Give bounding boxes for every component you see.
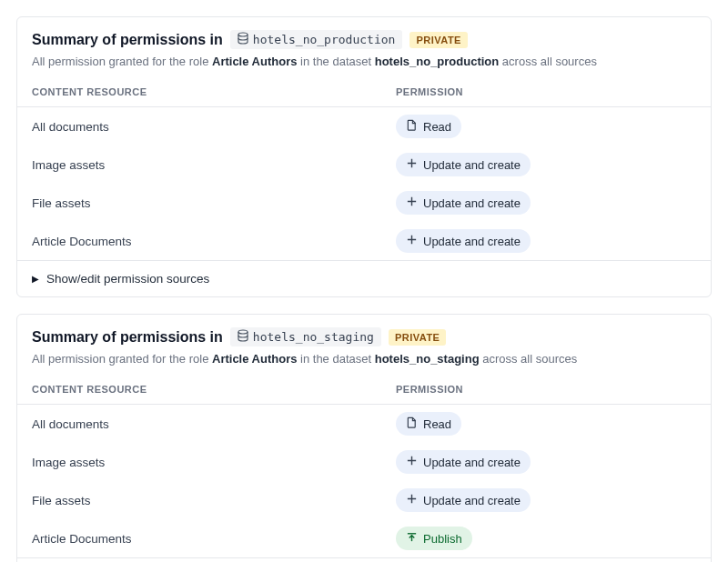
permission-label: Update and create: [423, 456, 521, 469]
header-permission: PERMISSION: [396, 86, 696, 97]
dataset-chip: hotels_no_production: [230, 30, 403, 49]
permission-label: Read: [423, 417, 451, 431]
resource-label: File assets: [32, 196, 91, 210]
table-row: Image assets Update and create: [17, 146, 711, 184]
permission-chip-update: Update and create: [396, 191, 531, 215]
panel-header: Summary of permissions in hotels_no_stag…: [17, 315, 711, 375]
resource-label: Article Documents: [32, 235, 132, 248]
table-row: Image assets Update and create: [17, 443, 711, 481]
permission-chip-update: Update and create: [396, 450, 531, 474]
table-row: All documents Read: [17, 107, 711, 146]
permission-label: Update and create: [423, 196, 521, 210]
resource-label: All documents: [32, 120, 109, 134]
permission-label: Read: [423, 120, 451, 134]
plus-icon: [406, 455, 418, 469]
svg-point-0: [238, 33, 248, 36]
plus-icon: [406, 196, 418, 210]
header-permission: PERMISSION: [396, 384, 696, 395]
document-icon: [406, 416, 418, 431]
publish-icon: [406, 531, 418, 546]
plus-icon: [406, 157, 418, 172]
permissions-panel: Summary of permissions in hotels_no_prod…: [16, 16, 712, 297]
permission-chip-update: Update and create: [396, 229, 531, 253]
permission-label: Update and create: [423, 158, 521, 172]
resource-label: Image assets: [32, 456, 105, 469]
table-row: File assets Update and create: [17, 184, 711, 222]
table-row: Article Documents Update and create: [17, 222, 711, 260]
plus-icon: [406, 234, 418, 248]
dataset-name: hotels_no_staging: [253, 330, 374, 344]
permission-label: Publish: [423, 532, 462, 546]
permission-label: Update and create: [423, 235, 521, 248]
plus-icon: [406, 493, 418, 507]
panel-title: Summary of permissions in: [32, 32, 223, 48]
header-resource: CONTENT RESOURCE: [32, 384, 396, 395]
header-resource: CONTENT RESOURCE: [32, 86, 396, 97]
table-row: File assets Update and create: [17, 481, 711, 519]
show-edit-sources-toggle[interactable]: ▶ Show/edit permission sources: [32, 272, 696, 286]
document-icon: [406, 119, 418, 134]
role-name: Article Authors: [212, 55, 297, 68]
private-badge: PRIVATE: [389, 329, 447, 346]
permission-chip-publish: Publish: [396, 527, 472, 550]
svg-point-1: [238, 330, 248, 334]
dataset-name: hotels_no_production: [253, 33, 396, 46]
panel-title: Summary of permissions in: [32, 329, 223, 346]
panel-footer: ▶ Show/edit permission sources: [17, 260, 711, 296]
dataset-name-inline: hotels_no_production: [375, 55, 500, 68]
permission-chip-update: Update and create: [396, 488, 531, 512]
panel-header: Summary of permissions in hotels_no_prod…: [17, 17, 711, 77]
dataset-name-inline: hotels_no_staging: [375, 352, 480, 366]
table-header: CONTENT RESOURCE PERMISSION: [17, 77, 711, 107]
permission-chip-read: Read: [396, 412, 461, 436]
permission-chip-read: Read: [396, 115, 461, 138]
disclosure-label: Show/edit permission sources: [46, 272, 209, 286]
permission-label: Update and create: [423, 494, 521, 507]
table-header: CONTENT RESOURCE PERMISSION: [17, 375, 711, 405]
panel-subtitle: All permission granted for the role Arti…: [32, 352, 696, 366]
table-row: Article Documents Publish: [17, 519, 711, 557]
resource-label: All documents: [32, 417, 109, 431]
resource-label: File assets: [32, 494, 91, 507]
private-badge: PRIVATE: [410, 32, 468, 48]
resource-label: Image assets: [32, 158, 105, 172]
database-icon: [238, 32, 248, 47]
role-name: Article Authors: [212, 352, 297, 366]
table-row: All documents Read: [17, 405, 711, 443]
permissions-table: CONTENT RESOURCE PERMISSION All document…: [17, 77, 711, 260]
permission-chip-update: Update and create: [396, 153, 531, 176]
resource-label: Article Documents: [32, 532, 132, 546]
permissions-panel: Summary of permissions in hotels_no_stag…: [16, 314, 712, 562]
dataset-chip: hotels_no_staging: [230, 327, 381, 346]
panel-footer: ▶ Show/edit permission sources: [17, 557, 711, 562]
permissions-table: CONTENT RESOURCE PERMISSION All document…: [17, 375, 711, 557]
panel-subtitle: All permission granted for the role Arti…: [32, 55, 696, 68]
chevron-right-icon: ▶: [32, 274, 39, 284]
database-icon: [238, 329, 248, 345]
